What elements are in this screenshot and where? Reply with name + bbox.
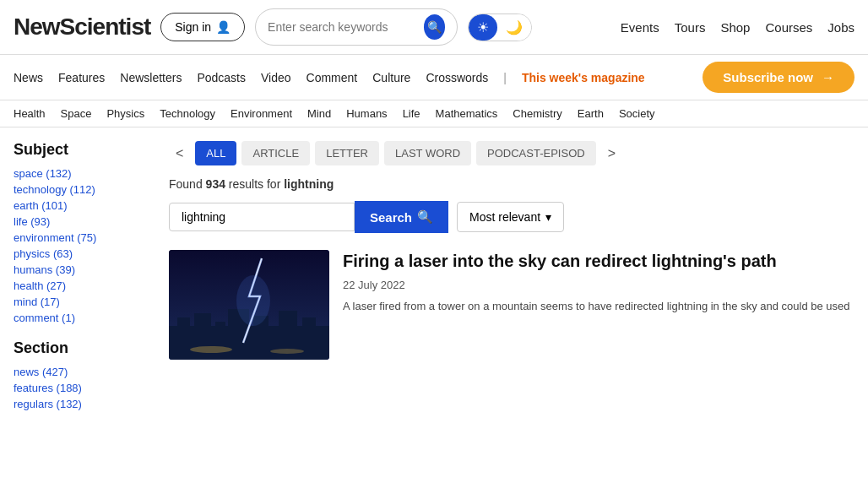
filter-prev-button[interactable]: < bbox=[169, 143, 190, 165]
results-suffix: results for bbox=[225, 177, 284, 191]
svg-point-10 bbox=[190, 346, 232, 353]
site-logo: NewScientist bbox=[14, 14, 150, 41]
subject-heading: Subject bbox=[14, 141, 149, 159]
subscribe-label: Subscribe now bbox=[723, 70, 813, 84]
article-title[interactable]: Firing a laser into the sky can redirect… bbox=[343, 250, 854, 272]
filter-podcast[interactable]: PODCAST-EPISOD bbox=[476, 141, 596, 165]
topics-nav: Health Space Physics Technology Environm… bbox=[0, 100, 868, 127]
arrow-icon: → bbox=[822, 70, 834, 84]
nav-culture[interactable]: Culture bbox=[372, 71, 410, 84]
nav-crosswords[interactable]: Crosswords bbox=[426, 71, 488, 84]
results-summary: Found 934 results for lightning bbox=[169, 177, 854, 191]
search-input[interactable] bbox=[268, 20, 419, 34]
search-bar: 🔍 bbox=[255, 8, 458, 46]
dark-theme-button[interactable]: 🌙 bbox=[497, 14, 531, 41]
nav-features[interactable]: Features bbox=[58, 71, 105, 84]
nav-shop[interactable]: Shop bbox=[720, 20, 750, 35]
article-thumbnail bbox=[169, 250, 329, 360]
header: NewScientist Sign in 👤 🔍 ☀ 🌙 Events Tour… bbox=[0, 0, 868, 55]
section-heading: Section bbox=[14, 339, 149, 357]
sidebar-subject-earth[interactable]: earth (101) bbox=[14, 199, 149, 212]
light-theme-button[interactable]: ☀ bbox=[469, 14, 497, 41]
sidebar-section-regulars[interactable]: regulars (132) bbox=[14, 398, 149, 410]
article-text: Firing a laser into the sky can redirect… bbox=[343, 250, 854, 360]
sidebar-subject-comment[interactable]: comment (1) bbox=[14, 312, 149, 324]
nav-tours[interactable]: Tours bbox=[675, 20, 706, 35]
chevron-down-icon: ▾ bbox=[545, 210, 551, 224]
theme-toggle: ☀ 🌙 bbox=[468, 14, 532, 41]
results-keyword: lightning bbox=[284, 177, 334, 191]
sidebar-subject-mind[interactable]: mind (17) bbox=[14, 296, 149, 308]
sidebar-subject-health[interactable]: health (27) bbox=[14, 279, 149, 292]
search-submit-label: Search bbox=[370, 210, 412, 225]
nav-newsletters[interactable]: Newsletters bbox=[120, 71, 182, 84]
topic-health[interactable]: Health bbox=[14, 107, 46, 120]
filter-last-word[interactable]: LAST WORD bbox=[384, 141, 471, 165]
search-row: Search 🔍 Most relevant ▾ bbox=[169, 201, 854, 233]
sidebar-subject-physics[interactable]: physics (63) bbox=[14, 247, 149, 260]
nav-magazine[interactable]: This week's magazine bbox=[522, 71, 645, 84]
results-count: 934 bbox=[206, 177, 225, 191]
sidebar-section-news[interactable]: news (427) bbox=[14, 366, 149, 378]
nav-news[interactable]: News bbox=[14, 71, 43, 84]
topic-earth[interactable]: Earth bbox=[578, 107, 604, 120]
topic-technology[interactable]: Technology bbox=[160, 107, 215, 120]
sign-in-button[interactable]: Sign in 👤 bbox=[160, 13, 245, 41]
topic-mind[interactable]: Mind bbox=[307, 107, 331, 120]
main-content: Subject space (132) technology (112) ear… bbox=[0, 127, 868, 427]
content-area: < ALL ARTICLE LETTER LAST WORD PODCAST-E… bbox=[169, 141, 854, 414]
filter-article[interactable]: ARTICLE bbox=[241, 141, 310, 165]
filter-bar: < ALL ARTICLE LETTER LAST WORD PODCAST-E… bbox=[169, 141, 854, 165]
search-submit-button[interactable]: Search 🔍 bbox=[355, 201, 448, 233]
svg-rect-2 bbox=[177, 317, 190, 343]
sign-in-label: Sign in bbox=[175, 20, 211, 34]
nav-jobs[interactable]: Jobs bbox=[827, 20, 854, 35]
results-prefix: Found bbox=[169, 177, 206, 191]
nav-courses[interactable]: Courses bbox=[765, 20, 812, 35]
nav-podcasts[interactable]: Podcasts bbox=[197, 71, 246, 84]
secondary-nav: News Features Newsletters Podcasts Video… bbox=[0, 55, 868, 100]
article-card: Firing a laser into the sky can redirect… bbox=[169, 250, 854, 360]
svg-rect-4 bbox=[215, 322, 225, 343]
sort-button[interactable]: Most relevant ▾ bbox=[457, 202, 564, 232]
nav-events[interactable]: Events bbox=[621, 20, 659, 35]
filter-letter[interactable]: LETTER bbox=[315, 141, 379, 165]
svg-rect-3 bbox=[194, 313, 211, 343]
sidebar-subject-space[interactable]: space (132) bbox=[14, 167, 149, 180]
nav-video[interactable]: Video bbox=[261, 71, 291, 84]
subscribe-button[interactable]: Subscribe now → bbox=[703, 62, 854, 93]
sidebar-subject-life[interactable]: life (93) bbox=[14, 215, 149, 228]
topic-space[interactable]: Space bbox=[61, 107, 92, 120]
search-input-wrap bbox=[169, 203, 355, 231]
sidebar: Subject space (132) technology (112) ear… bbox=[14, 141, 149, 414]
svg-rect-8 bbox=[302, 317, 316, 343]
topic-environment[interactable]: Environment bbox=[231, 107, 292, 120]
svg-point-9 bbox=[236, 275, 270, 326]
article-date: 22 July 2022 bbox=[343, 279, 854, 291]
topic-life[interactable]: Life bbox=[403, 107, 420, 120]
topic-mathematics[interactable]: Mathematics bbox=[436, 107, 498, 120]
topic-society[interactable]: Society bbox=[619, 107, 655, 120]
svg-point-11 bbox=[270, 349, 304, 354]
nav-comment[interactable]: Comment bbox=[307, 71, 358, 84]
filter-all[interactable]: ALL bbox=[195, 141, 236, 165]
nav-divider: | bbox=[503, 71, 507, 84]
sidebar-subject-humans[interactable]: humans (39) bbox=[14, 263, 149, 276]
sidebar-subject-environment[interactable]: environment (75) bbox=[14, 231, 149, 244]
sidebar-subject-technology[interactable]: technology (112) bbox=[14, 183, 149, 196]
search-icon-button[interactable]: 🔍 bbox=[424, 14, 446, 40]
user-icon: 👤 bbox=[216, 20, 231, 34]
search-keyword-input[interactable] bbox=[182, 210, 342, 224]
sidebar-section-features[interactable]: features (188) bbox=[14, 382, 149, 394]
topic-physics[interactable]: Physics bbox=[106, 107, 144, 120]
main-nav: Events Tours Shop Courses Jobs bbox=[621, 20, 854, 35]
filter-next-button[interactable]: > bbox=[601, 143, 622, 165]
topic-humans[interactable]: Humans bbox=[346, 107, 387, 120]
svg-rect-7 bbox=[279, 311, 297, 343]
sort-label: Most relevant bbox=[469, 210, 540, 224]
topic-chemistry[interactable]: Chemistry bbox=[513, 107, 562, 120]
article-excerpt: A laser fired from a tower on a mountain… bbox=[343, 298, 854, 315]
article-image[interactable] bbox=[169, 250, 329, 360]
search-submit-icon: 🔍 bbox=[417, 209, 433, 225]
